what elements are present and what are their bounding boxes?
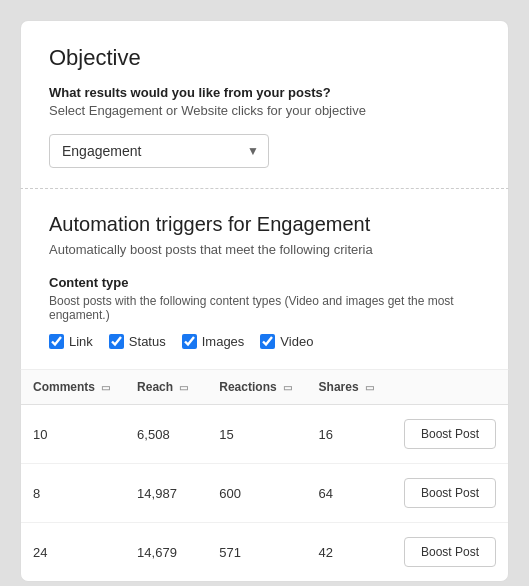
cell-shares-2: 42 [307,523,389,582]
automation-sub: Automatically boost posts that meet the … [49,242,480,257]
table-card: Comments ▭ Reach ▭ Reactions ▭ Shares ▭ [20,369,509,582]
cell-reactions-2: 571 [207,523,306,582]
col-header-shares[interactable]: Shares ▭ [307,370,389,405]
checkbox-status-label: Status [129,334,166,349]
checkbox-video[interactable]: Video [260,334,313,349]
boost-post-button-2[interactable]: Boost Post [404,537,496,567]
cell-action-0: Boost Post [389,405,508,464]
automation-card: Automation triggers for Engagement Autom… [20,189,509,369]
objective-title: Objective [49,45,480,71]
table-row: 8 14,987 600 64 Boost Post [21,464,508,523]
checkbox-video-label: Video [280,334,313,349]
objective-card: Objective What results would you like fr… [20,20,509,189]
sort-icon-shares: ▭ [365,382,374,393]
sort-icon-reactions: ▭ [283,382,292,393]
col-header-reach[interactable]: Reach ▭ [125,370,207,405]
checkbox-link[interactable]: Link [49,334,93,349]
checkbox-images-input[interactable] [182,334,197,349]
cell-reach-0: 6,508 [125,405,207,464]
objective-select-wrapper: Engagement Website Clicks ▼ [49,134,269,168]
table-header-row: Comments ▭ Reach ▭ Reactions ▭ Shares ▭ [21,370,508,405]
objective-select[interactable]: Engagement Website Clicks [49,134,269,168]
cell-shares-1: 64 [307,464,389,523]
table-row: 24 14,679 571 42 Boost Post [21,523,508,582]
cell-action-2: Boost Post [389,523,508,582]
col-header-action [389,370,508,405]
objective-question: What results would you like from your po… [49,85,480,100]
sort-icon-comments: ▭ [101,382,110,393]
checkbox-status[interactable]: Status [109,334,166,349]
boost-post-button-1[interactable]: Boost Post [404,478,496,508]
cell-shares-0: 16 [307,405,389,464]
objective-sub: Select Engagement or Website clicks for … [49,103,480,118]
sort-icon-reach: ▭ [179,382,188,393]
checkbox-images-label: Images [202,334,245,349]
boost-post-button-0[interactable]: Boost Post [404,419,496,449]
checkbox-link-label: Link [69,334,93,349]
col-header-comments[interactable]: Comments ▭ [21,370,125,405]
automation-title: Automation triggers for Engagement [49,213,480,236]
cell-comments-1: 8 [21,464,125,523]
cell-action-1: Boost Post [389,464,508,523]
cell-comments-0: 10 [21,405,125,464]
checkbox-video-input[interactable] [260,334,275,349]
cell-reactions-1: 600 [207,464,306,523]
checkbox-status-input[interactable] [109,334,124,349]
checkbox-link-input[interactable] [49,334,64,349]
checkbox-images[interactable]: Images [182,334,245,349]
col-header-reactions[interactable]: Reactions ▭ [207,370,306,405]
checkboxes-row: Link Status Images Video [49,334,480,349]
table-row: 10 6,508 15 16 Boost Post [21,405,508,464]
cell-reach-2: 14,679 [125,523,207,582]
cell-reach-1: 14,987 [125,464,207,523]
page-wrapper: Objective What results would you like fr… [20,20,509,582]
content-type-label: Content type [49,275,480,290]
cell-comments-2: 24 [21,523,125,582]
content-type-desc: Boost posts with the following content t… [49,294,480,322]
posts-table: Comments ▭ Reach ▭ Reactions ▭ Shares ▭ [21,370,508,581]
cell-reactions-0: 15 [207,405,306,464]
